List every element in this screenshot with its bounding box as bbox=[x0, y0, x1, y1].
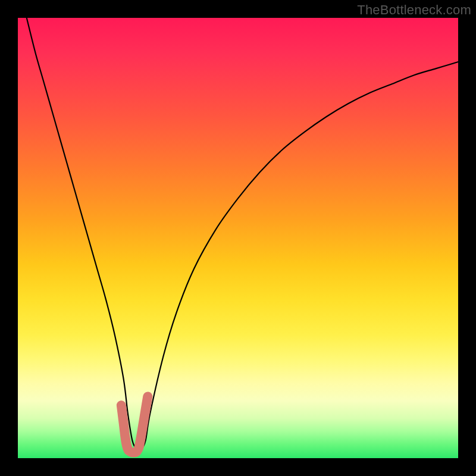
watermark-text: TheBottleneck.com bbox=[357, 2, 471, 18]
bottleneck-curve bbox=[27, 18, 458, 450]
valley-highlight bbox=[121, 396, 148, 452]
chart-frame: TheBottleneck.com bbox=[0, 0, 476, 476]
plot-area bbox=[18, 18, 458, 458]
curve-layer bbox=[18, 18, 458, 458]
